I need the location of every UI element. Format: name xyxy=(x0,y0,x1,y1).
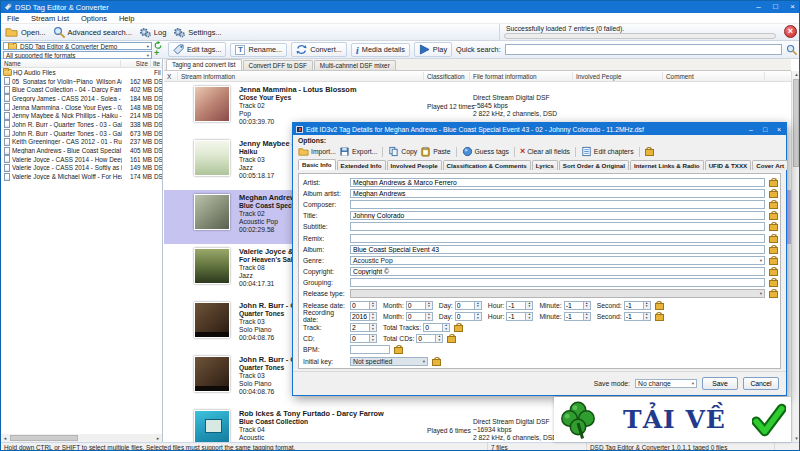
lock-icon[interactable] xyxy=(769,200,776,209)
lock-all-icon[interactable] xyxy=(645,147,652,156)
cancel-load-icon[interactable]: × xyxy=(784,25,797,38)
file-list-row[interactable]: Gregory James - CASS 2014 - Solea - 2.8M… xyxy=(1,94,162,103)
rename-button[interactable]: T Rename... xyxy=(230,43,287,57)
tab-involved-people[interactable]: Involved People xyxy=(387,160,442,170)
release-minute-field[interactable] xyxy=(564,301,584,310)
recording-second-field[interactable] xyxy=(624,312,644,321)
column-classification[interactable]: Classification xyxy=(427,73,465,80)
lock-icon[interactable] xyxy=(769,211,776,220)
lock-icon[interactable] xyxy=(655,301,662,310)
export-button[interactable]: Export... xyxy=(339,146,377,157)
spinner[interactable]: ▴▾ xyxy=(370,301,377,310)
spinner[interactable]: ▴▾ xyxy=(426,301,433,310)
spinner[interactable]: ▴▾ xyxy=(584,312,591,321)
file-list-row[interactable]: 05_Sonatas for Violin~Piano_Wilson Audio… xyxy=(1,77,162,86)
column-file-format-information[interactable]: File format information xyxy=(473,73,537,80)
file-list-row[interactable]: Valerie Joyce - CASS 2014 - How Deep Is … xyxy=(1,155,162,164)
remix-field[interactable] xyxy=(350,234,765,243)
genre-combo[interactable]: Acoustic Pop▾ xyxy=(350,256,765,265)
lock-icon[interactable] xyxy=(769,234,776,243)
column-name[interactable]: Name xyxy=(1,60,120,67)
album-field[interactable] xyxy=(350,245,765,254)
release-second-field[interactable] xyxy=(624,301,644,310)
maximize-icon[interactable]: □ xyxy=(767,1,784,13)
column-size[interactable]: Size xyxy=(120,60,150,67)
lock-icon[interactable] xyxy=(655,312,662,321)
column-involved-people[interactable]: Involved People xyxy=(576,73,621,80)
dialog-maximize-icon[interactable]: □ xyxy=(758,124,772,135)
spinner[interactable]: ▴▾ xyxy=(436,334,443,343)
total-tracks-field[interactable] xyxy=(423,323,443,332)
quick-search-input[interactable] xyxy=(505,44,782,55)
add-format-icon[interactable]: + xyxy=(154,49,159,58)
file-list-row[interactable]: Jenny Maybee & Nick Phillips - Haiku - 0… xyxy=(1,111,162,120)
initial-key-combo[interactable]: Not specified▾ xyxy=(350,357,428,366)
spinner[interactable]: ▴▾ xyxy=(644,301,651,310)
file-list-row[interactable]: Jenna Mammina - Close Your Eyes - 02 - L… xyxy=(1,103,162,112)
play-button[interactable]: Play xyxy=(414,42,452,57)
title-field[interactable] xyxy=(350,211,765,220)
tab-multichannel-dsf-mixer[interactable]: Multi-cahnnel DSF mixer xyxy=(314,60,396,70)
lock-icon[interactable] xyxy=(769,245,776,254)
release-day-field[interactable] xyxy=(455,301,475,310)
menu-stream-list[interactable]: Stream List xyxy=(25,14,75,23)
tab-ufid-txxx[interactable]: UFID & TXXX xyxy=(705,160,752,170)
lock-icon[interactable] xyxy=(769,189,776,198)
file-list-row[interactable]: Valerie Joyce - CASS 2014 - Softly as in… xyxy=(1,164,162,173)
spinner[interactable]: ▴▾ xyxy=(584,301,591,310)
save-mode-combo[interactable]: No change▾ xyxy=(635,379,697,388)
scroll-left-icon[interactable]: ◂ xyxy=(1,435,9,441)
recording-minute-field[interactable] xyxy=(564,312,584,321)
release-hour-field[interactable] xyxy=(506,301,526,310)
tab-tagging-and-convert-list[interactable]: Taging and convert list xyxy=(166,59,242,70)
lock-icon[interactable] xyxy=(432,357,439,366)
file-list-row[interactable]: Keith Greeninger - CAS 2012 - 01 - Ruby … xyxy=(1,138,162,147)
tab-sort-order-original[interactable]: Sort Order & Original xyxy=(559,160,629,170)
dialog-minimize-icon[interactable]: – xyxy=(744,124,758,135)
lock-icon[interactable] xyxy=(769,178,776,187)
tab-basic-info[interactable]: Basic Info xyxy=(298,159,336,170)
total-cds-field[interactable] xyxy=(416,334,436,343)
folder-combo[interactable]: DSD Tag Editor & Converter Demo ▾ xyxy=(3,42,152,50)
close-icon[interactable]: × xyxy=(784,1,800,13)
spinner[interactable]: ▴▾ xyxy=(370,323,377,332)
edit-tags-button[interactable]: Edit tags... xyxy=(168,42,226,57)
convert-button[interactable]: Convert... xyxy=(291,42,347,57)
track-field[interactable] xyxy=(350,323,370,332)
dialog-close-icon[interactable]: × xyxy=(772,124,786,135)
composer-field[interactable] xyxy=(350,200,765,209)
import-button[interactable]: Import... xyxy=(298,146,336,157)
settings-button[interactable]: Settings... xyxy=(173,26,221,38)
copy-button[interactable]: Copy xyxy=(388,146,417,157)
open-button[interactable]: Open... xyxy=(5,26,46,39)
spinner[interactable]: ▴▾ xyxy=(370,334,377,343)
spinner[interactable]: ▴▾ xyxy=(526,301,533,310)
cancel-button[interactable]: Cancel xyxy=(743,377,779,390)
file-list-row[interactable]: Meghan Andrews - Blue Coast Special Even… xyxy=(1,146,162,155)
column-comment[interactable]: Comment xyxy=(666,73,694,80)
album-artist-field[interactable] xyxy=(350,189,765,198)
menu-help[interactable]: Help xyxy=(113,14,140,23)
cd-field[interactable] xyxy=(350,334,370,343)
spinner[interactable]: ▴▾ xyxy=(443,323,450,332)
minimize-icon[interactable]: – xyxy=(750,1,767,13)
copyright-field[interactable] xyxy=(350,267,765,276)
advanced-search-button[interactable]: Advanced search... xyxy=(53,26,132,38)
clear-all-fields-button[interactable]: × Clear all fields xyxy=(520,147,570,156)
lock-icon[interactable] xyxy=(447,334,454,343)
scroll-up-icon[interactable]: ▴ xyxy=(792,71,800,78)
recording-year-field[interactable] xyxy=(350,312,370,321)
lock-icon[interactable] xyxy=(769,278,776,287)
spinner[interactable]: ▴▾ xyxy=(475,301,482,310)
artist-field[interactable] xyxy=(350,178,765,187)
bpm-field[interactable] xyxy=(350,345,390,354)
scrollbar-thumb[interactable] xyxy=(10,435,78,441)
search-icon[interactable] xyxy=(786,44,797,55)
lock-icon[interactable] xyxy=(769,222,776,231)
spinner[interactable]: ▴▾ xyxy=(475,312,482,321)
file-list-row[interactable]: HQ Audio FilesFil xyxy=(1,68,162,77)
log-button[interactable]: Log xyxy=(139,26,167,38)
recording-month-field[interactable] xyxy=(406,312,426,321)
file-list-row[interactable]: Valerie Joyce & Michael Wolff - For Heav… xyxy=(1,172,162,181)
lock-icon[interactable] xyxy=(454,323,461,332)
